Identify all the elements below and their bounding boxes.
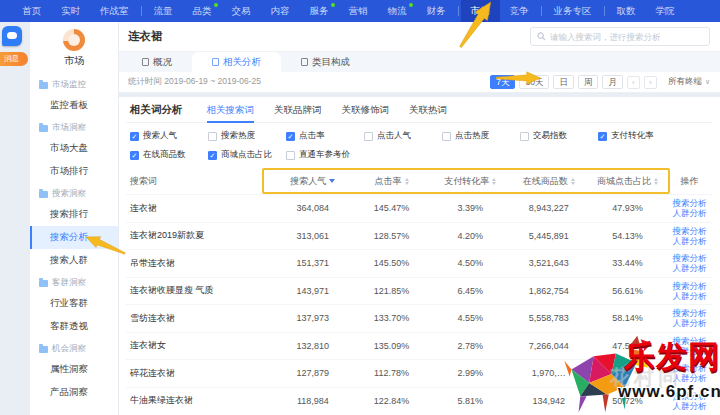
metric-checkbox-online-items[interactable]: ✓在线商品数: [130, 149, 208, 161]
action-link-crowd-analysis[interactable]: 人群分析: [672, 263, 706, 273]
metric-checkbox-click-popularity[interactable]: 点击人气: [364, 130, 442, 142]
sidebar-item-search-analysis[interactable]: 搜索分析: [30, 226, 118, 249]
keyword-search-box[interactable]: [530, 27, 710, 46]
metric-cell-online-items: 1,970,…: [510, 368, 589, 378]
column-header-click-rate[interactable]: 点击率: [352, 175, 431, 188]
action-link-crowd-analysis[interactable]: 人群分析: [672, 291, 706, 301]
action-link-crowd-analysis[interactable]: 人群分析: [672, 373, 706, 383]
nav-item-business-zone[interactable]: 业务专区: [544, 0, 602, 22]
metric-checkbox-mall-click-share[interactable]: ✓商城点击占比: [208, 149, 286, 161]
column-header-online-items[interactable]: 在线商品数: [510, 175, 589, 188]
metric-checkbox-trade-index[interactable]: 交易指数: [520, 130, 598, 142]
action-link-search-analysis[interactable]: 搜索分析: [672, 336, 706, 346]
word-tab-related-modifier-words[interactable]: 关联修饰词: [342, 97, 390, 123]
checkbox-checked-icon[interactable]: ✓: [130, 151, 139, 160]
sidebar-item-search-crowd[interactable]: 搜索人群: [30, 249, 118, 272]
sort-down-arrow: [405, 182, 409, 185]
sidebar-item-search-ranking[interactable]: 搜索排行: [30, 203, 118, 226]
checkbox-checked-icon[interactable]: ✓: [130, 132, 139, 141]
date-btn-day[interactable]: 日: [553, 75, 574, 89]
action-link-crowd-analysis[interactable]: 人群分析: [672, 401, 706, 411]
sidebar-item-market-overview[interactable]: 市场大盘: [30, 137, 118, 160]
metric-checkbox-ztc-ref-price[interactable]: 直通车参考价: [286, 149, 364, 161]
message-badge[interactable]: 消息: [0, 52, 28, 66]
sort-up-arrow: [654, 178, 658, 181]
row-actions: 搜索分析人群分析: [667, 198, 712, 218]
date-btn-7d[interactable]: 7天: [490, 75, 515, 89]
terminal-dropdown[interactable]: 所有终端 ∨: [668, 76, 710, 88]
nav-item-home[interactable]: 首页: [12, 0, 51, 22]
metric-checkbox-search-popularity[interactable]: ✓搜索人气: [130, 130, 208, 142]
nav-item-logistics[interactable]: 物流: [378, 0, 417, 22]
metric-checkbox-search-heat[interactable]: 搜索热度: [208, 130, 286, 142]
date-btn-week[interactable]: 周: [578, 75, 599, 89]
checkbox-checked-icon[interactable]: ✓: [598, 132, 607, 141]
nav-item-content[interactable]: 内容: [261, 0, 300, 22]
sidebar-group-label: 客群洞察: [52, 277, 86, 289]
sort-up-arrow: [571, 178, 575, 181]
action-link-search-analysis[interactable]: 搜索分析: [672, 363, 706, 373]
nav-item-war-room[interactable]: 作战室: [90, 0, 139, 22]
nav-item-data-fetch[interactable]: 取数: [607, 0, 646, 22]
nav-item-marketing[interactable]: 营销: [339, 0, 378, 22]
date-btn-30d[interactable]: 30天: [519, 75, 549, 89]
sidebar-item-industry-crowd[interactable]: 行业客群: [30, 292, 118, 315]
nav-item-finance[interactable]: 财务: [417, 0, 456, 22]
sidebar-item-crowd-perspective[interactable]: 客群透视: [30, 315, 118, 338]
action-link-search-analysis[interactable]: 搜索分析: [672, 308, 706, 318]
checkbox-unchecked-icon[interactable]: [208, 132, 217, 141]
word-tab-related-brand-words[interactable]: 关联品牌词: [274, 97, 322, 123]
sidebar-item-attribute-insight[interactable]: 属性洞察: [30, 358, 118, 381]
next-period-button[interactable]: ›: [644, 76, 657, 89]
metric-checkbox-click-rate[interactable]: ✓点击率: [286, 130, 364, 142]
nav-item-trade[interactable]: 交易: [222, 0, 261, 22]
action-link-search-analysis[interactable]: 搜索分析: [672, 198, 706, 208]
checkbox-unchecked-icon[interactable]: [364, 132, 373, 141]
prev-period-button[interactable]: ‹: [627, 76, 640, 89]
sidebar-item-product-insight[interactable]: 产品洞察: [30, 381, 118, 404]
tab-related-analysis[interactable]: 相关分析: [192, 52, 281, 72]
tab-overview[interactable]: 概况: [122, 52, 192, 72]
nav-item-realtime[interactable]: 实时: [51, 0, 90, 22]
checkbox-unchecked-icon[interactable]: [520, 132, 529, 141]
checkbox-unchecked-icon[interactable]: [286, 151, 295, 160]
action-link-search-analysis[interactable]: 搜索分析: [672, 391, 706, 401]
search-input[interactable]: [550, 32, 703, 42]
word-tab-related-search-words[interactable]: 相关搜索词: [207, 97, 255, 123]
sort-icon: [405, 178, 409, 185]
date-btn-month[interactable]: 月: [602, 75, 623, 89]
action-link-crowd-analysis[interactable]: 人群分析: [672, 208, 706, 218]
search-icon: [537, 32, 546, 41]
action-link-crowd-analysis[interactable]: 人群分析: [672, 318, 706, 328]
column-header-search-popularity[interactable]: 搜索人气: [274, 175, 353, 188]
chat-messenger-icon[interactable]: [2, 26, 22, 46]
nav-item-market[interactable]: 市场: [461, 0, 500, 22]
tab-category-composition[interactable]: 类目构成: [281, 52, 370, 72]
sidebar-item-market-ranking[interactable]: 市场排行: [30, 160, 118, 183]
metric-cell-click-rate: 112.78%: [352, 368, 431, 378]
metric-checkbox-pay-conversion[interactable]: ✓支付转化率: [598, 130, 676, 142]
keyword-cell: 吊带连衣裙: [126, 257, 274, 270]
nav-item-competition[interactable]: 竞争: [500, 0, 539, 22]
column-header-mall-click-share[interactable]: 商城点击占比: [588, 175, 667, 188]
action-link-crowd-analysis[interactable]: 人群分析: [672, 346, 706, 356]
action-link-search-analysis[interactable]: 搜索分析: [672, 226, 706, 236]
panel-header: 相关词分析 相关搜索词关联品牌词关联修饰词关联热词: [126, 97, 712, 123]
action-link-search-analysis[interactable]: 搜索分析: [672, 253, 706, 263]
checkbox-checked-icon[interactable]: ✓: [286, 132, 295, 141]
word-tab-related-hot-words[interactable]: 关联热词: [409, 97, 447, 123]
action-link-search-analysis[interactable]: 搜索分析: [672, 281, 706, 291]
checkbox-unchecked-icon[interactable]: [442, 132, 451, 141]
nav-item-traffic[interactable]: 流量: [144, 0, 183, 22]
sidebar-item-monitor-board[interactable]: 监控看板: [30, 94, 118, 117]
sidebar-menu: 市场监控监控看板市场洞察市场大盘市场排行搜索洞察搜索排行搜索分析搜索人群客群洞察…: [30, 74, 118, 404]
folder-icon: [39, 191, 48, 198]
nav-item-category[interactable]: 品类: [183, 0, 222, 22]
nav-item-service[interactable]: 服务: [300, 0, 339, 22]
metric-checkbox-click-heat[interactable]: 点击热度: [442, 130, 520, 142]
nav-item-academy[interactable]: 学院: [646, 0, 685, 22]
action-link-crowd-analysis[interactable]: 人群分析: [672, 236, 706, 246]
sort-down-arrow: [571, 182, 575, 185]
column-header-pay-conversion[interactable]: 支付转化率: [431, 175, 510, 188]
checkbox-checked-icon[interactable]: ✓: [208, 151, 217, 160]
